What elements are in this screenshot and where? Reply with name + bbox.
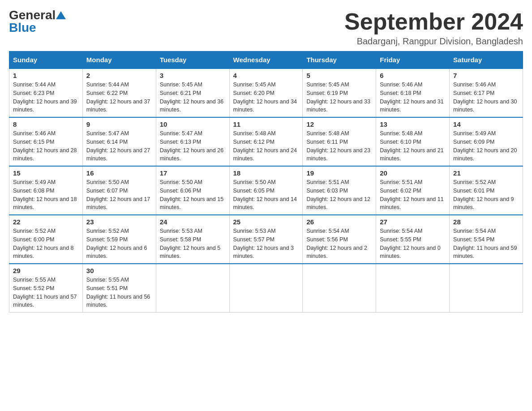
day-info: Sunrise: 5:46 AMSunset: 6:15 PMDaylight:… [13, 129, 79, 163]
calendar-cell: 30Sunrise: 5:55 AMSunset: 5:51 PMDayligh… [82, 264, 156, 313]
day-info: Sunrise: 5:48 AMSunset: 6:11 PMDaylight:… [306, 129, 372, 163]
day-number: 28 [453, 218, 519, 226]
day-number: 5 [306, 72, 372, 79]
calendar-cell: 22Sunrise: 5:52 AMSunset: 6:00 PMDayligh… [9, 215, 83, 264]
calendar-cell [229, 264, 303, 313]
day-number: 6 [380, 72, 446, 79]
calendar-cell: 9Sunrise: 5:47 AMSunset: 6:14 PMDaylight… [82, 117, 156, 166]
day-number: 11 [233, 120, 299, 128]
calendar-cell: 11Sunrise: 5:48 AMSunset: 6:12 PMDayligh… [229, 117, 303, 166]
day-info: Sunrise: 5:50 AMSunset: 6:07 PMDaylight:… [86, 178, 152, 212]
day-info: Sunrise: 5:45 AMSunset: 6:19 PMDaylight:… [306, 81, 372, 114]
day-info: Sunrise: 5:46 AMSunset: 6:18 PMDaylight:… [380, 81, 446, 114]
calendar-cell: 15Sunrise: 5:49 AMSunset: 6:08 PMDayligh… [9, 166, 83, 215]
day-number: 14 [453, 120, 519, 128]
day-info: Sunrise: 5:54 AMSunset: 5:54 PMDaylight:… [453, 227, 519, 261]
day-info: Sunrise: 5:49 AMSunset: 6:09 PMDaylight:… [453, 129, 519, 163]
calendar-cell [156, 264, 229, 313]
logo-triangle-icon [56, 9, 66, 19]
day-info: Sunrise: 5:51 AMSunset: 6:02 PMDaylight:… [380, 178, 446, 212]
day-info: Sunrise: 5:51 AMSunset: 6:03 PMDaylight:… [306, 178, 372, 212]
day-number: 25 [233, 218, 299, 226]
page-header: General Blue September 2024 Badarganj, R… [9, 9, 523, 47]
day-info: Sunrise: 5:48 AMSunset: 6:12 PMDaylight:… [233, 129, 299, 163]
calendar-cell: 12Sunrise: 5:48 AMSunset: 6:11 PMDayligh… [303, 117, 376, 166]
day-number: 15 [13, 169, 79, 177]
day-info: Sunrise: 5:48 AMSunset: 6:10 PMDaylight:… [380, 129, 446, 163]
calendar-header-thursday: Thursday [303, 51, 376, 69]
day-number: 17 [160, 169, 226, 177]
calendar-cell [376, 264, 450, 313]
calendar-cell: 21Sunrise: 5:52 AMSunset: 6:01 PMDayligh… [450, 166, 523, 215]
calendar-cell: 4Sunrise: 5:45 AMSunset: 6:20 PMDaylight… [229, 68, 303, 117]
day-number: 18 [233, 169, 299, 177]
day-info: Sunrise: 5:54 AMSunset: 5:56 PMDaylight:… [306, 227, 372, 261]
calendar-week-row: 22Sunrise: 5:52 AMSunset: 6:00 PMDayligh… [9, 215, 523, 264]
day-info: Sunrise: 5:44 AMSunset: 6:23 PMDaylight:… [13, 81, 79, 114]
day-number: 27 [380, 218, 446, 226]
day-info: Sunrise: 5:47 AMSunset: 6:14 PMDaylight:… [86, 129, 152, 163]
calendar-cell: 20Sunrise: 5:51 AMSunset: 6:02 PMDayligh… [376, 166, 450, 215]
day-number: 30 [86, 267, 152, 274]
calendar-cell: 27Sunrise: 5:54 AMSunset: 5:55 PMDayligh… [376, 215, 450, 264]
calendar-cell: 23Sunrise: 5:52 AMSunset: 5:59 PMDayligh… [82, 215, 156, 264]
day-number: 19 [306, 169, 372, 177]
calendar-cell: 7Sunrise: 5:46 AMSunset: 6:17 PMDaylight… [450, 68, 523, 117]
calendar-cell: 10Sunrise: 5:47 AMSunset: 6:13 PMDayligh… [156, 117, 229, 166]
day-info: Sunrise: 5:55 AMSunset: 5:51 PMDaylight:… [86, 276, 152, 309]
calendar-table: SundayMondayTuesdayWednesdayThursdayFrid… [9, 51, 523, 313]
calendar-header-tuesday: Tuesday [156, 51, 229, 69]
month-title: September 2024 [344, 9, 523, 34]
calendar-header-monday: Monday [82, 51, 156, 69]
calendar-cell: 29Sunrise: 5:55 AMSunset: 5:52 PMDayligh… [9, 264, 83, 313]
calendar-week-row: 15Sunrise: 5:49 AMSunset: 6:08 PMDayligh… [9, 166, 523, 215]
calendar-cell: 17Sunrise: 5:50 AMSunset: 6:06 PMDayligh… [156, 166, 229, 215]
calendar-cell: 28Sunrise: 5:54 AMSunset: 5:54 PMDayligh… [450, 215, 523, 264]
day-number: 21 [453, 169, 519, 177]
logo-blue: Blue [9, 21, 66, 34]
location: Badarganj, Rangpur Division, Bangladesh [344, 36, 523, 47]
day-number: 8 [13, 120, 79, 128]
calendar-header-saturday: Saturday [450, 51, 523, 69]
calendar-header-row: SundayMondayTuesdayWednesdayThursdayFrid… [9, 51, 523, 69]
calendar-cell [303, 264, 376, 313]
day-info: Sunrise: 5:44 AMSunset: 6:22 PMDaylight:… [86, 81, 152, 114]
day-number: 24 [160, 218, 226, 226]
day-number: 23 [86, 218, 152, 226]
calendar-cell: 8Sunrise: 5:46 AMSunset: 6:15 PMDaylight… [9, 117, 83, 166]
day-number: 10 [160, 120, 226, 128]
day-number: 26 [306, 218, 372, 226]
logo: General Blue [9, 9, 66, 34]
day-info: Sunrise: 5:50 AMSunset: 6:06 PMDaylight:… [160, 178, 226, 212]
day-number: 20 [380, 169, 446, 177]
calendar-week-row: 29Sunrise: 5:55 AMSunset: 5:52 PMDayligh… [9, 264, 523, 313]
day-number: 13 [380, 120, 446, 128]
calendar-header-friday: Friday [376, 51, 450, 69]
calendar-cell: 26Sunrise: 5:54 AMSunset: 5:56 PMDayligh… [303, 215, 376, 264]
calendar-cell [450, 264, 523, 313]
calendar-cell: 14Sunrise: 5:49 AMSunset: 6:09 PMDayligh… [450, 117, 523, 166]
day-number: 22 [13, 218, 79, 226]
day-number: 3 [160, 72, 226, 79]
day-number: 7 [453, 72, 519, 79]
calendar-header-wednesday: Wednesday [229, 51, 303, 69]
day-info: Sunrise: 5:46 AMSunset: 6:17 PMDaylight:… [453, 81, 519, 114]
day-info: Sunrise: 5:50 AMSunset: 6:05 PMDaylight:… [233, 178, 299, 212]
day-number: 29 [13, 267, 79, 274]
calendar-cell: 25Sunrise: 5:53 AMSunset: 5:57 PMDayligh… [229, 215, 303, 264]
day-number: 12 [306, 120, 372, 128]
calendar-cell: 24Sunrise: 5:53 AMSunset: 5:58 PMDayligh… [156, 215, 229, 264]
calendar-cell: 13Sunrise: 5:48 AMSunset: 6:10 PMDayligh… [376, 117, 450, 166]
day-number: 16 [86, 169, 152, 177]
calendar-header-sunday: Sunday [9, 51, 83, 69]
calendar-cell: 16Sunrise: 5:50 AMSunset: 6:07 PMDayligh… [82, 166, 156, 215]
day-info: Sunrise: 5:52 AMSunset: 6:00 PMDaylight:… [13, 227, 79, 261]
day-info: Sunrise: 5:55 AMSunset: 5:52 PMDaylight:… [13, 276, 79, 309]
day-number: 9 [86, 120, 152, 128]
calendar-cell: 5Sunrise: 5:45 AMSunset: 6:19 PMDaylight… [303, 68, 376, 117]
calendar-week-row: 8Sunrise: 5:46 AMSunset: 6:15 PMDaylight… [9, 117, 523, 166]
day-info: Sunrise: 5:47 AMSunset: 6:13 PMDaylight:… [160, 129, 226, 163]
day-info: Sunrise: 5:53 AMSunset: 5:58 PMDaylight:… [160, 227, 226, 261]
day-number: 2 [86, 72, 152, 79]
calendar-cell: 2Sunrise: 5:44 AMSunset: 6:22 PMDaylight… [82, 68, 156, 117]
